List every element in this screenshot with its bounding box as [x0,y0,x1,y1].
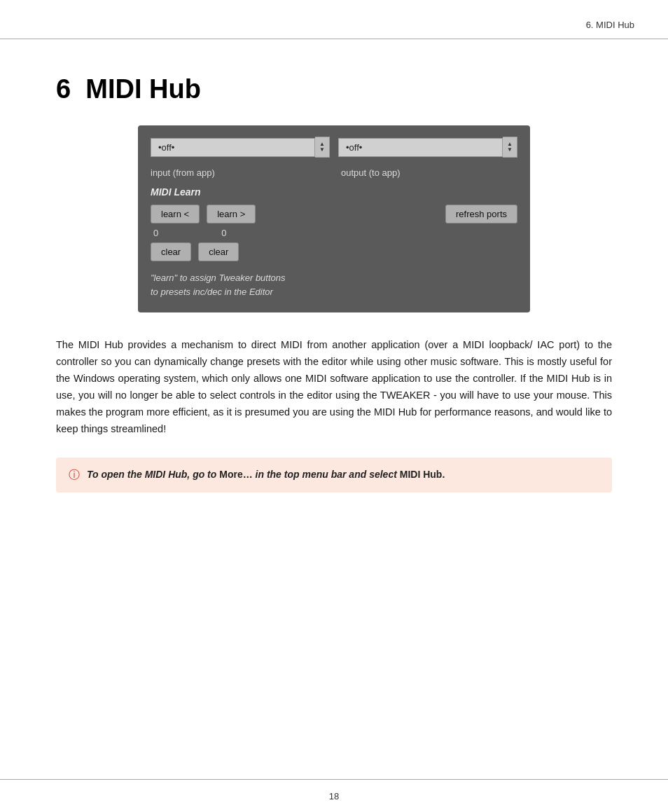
page-header: 6. MIDI Hub [0,0,668,39]
chapter-name: MIDI Hub [85,74,201,104]
clear-right-button[interactable]: clear [198,242,239,261]
learn-left-button[interactable]: learn < [151,205,200,223]
input-dropdown-arrow[interactable]: ▲ ▼ [315,137,330,158]
info-italic2: in the top menu bar and select [253,469,400,480]
learn-right-button[interactable]: learn > [207,205,256,223]
midi-hub-screenshot: •off• ▲ ▼ •off• ▲ ▼ input (from app) out… [138,125,530,312]
output-dropdown-container[interactable]: •off• ▲ ▼ [338,137,517,158]
clear-left-button[interactable]: clear [151,242,191,261]
values-row: 0 0 [151,228,517,238]
midi-learn-section: MIDI Learn learn < learn > refresh ports… [151,186,517,298]
value-left: 0 [153,228,158,238]
info-box: ⓘ To open the MIDI Hub, go to More… in t… [56,457,612,493]
info-bold-midi: MIDI Hub. [400,469,445,480]
arrow-down-icon2: ▼ [507,147,513,153]
arrow-down-icon: ▼ [319,147,325,153]
input-dropdown-field[interactable]: •off• [151,138,315,157]
chapter-number: 6 [56,74,71,104]
input-dropdown-container[interactable]: •off• ▲ ▼ [151,137,330,158]
body-paragraph: The MIDI Hub provides a mechanism to dir… [56,337,612,438]
learn-buttons-row: learn < learn > refresh ports [151,205,517,223]
hint-text: "learn" to assign Tweaker buttons to pre… [151,271,517,298]
header-title: 6. MIDI Hub [586,20,634,30]
clear-buttons-row: clear clear [151,242,517,261]
output-port-label: output (to app) [341,167,517,178]
hint-line2: to presets inc/dec in the Editor [151,285,517,299]
port-labels-row: input (from app) output (to app) [151,165,517,184]
page-number: 18 [329,791,339,801]
info-icon: ⓘ [69,468,80,483]
page-content: 6 MIDI Hub •off• ▲ ▼ •off• ▲ ▼ [0,39,668,556]
output-dropdown-arrow[interactable]: ▲ ▼ [503,137,517,158]
value-right: 0 [221,228,226,238]
info-bold-more: More… [219,469,252,480]
top-dropdowns-row: •off• ▲ ▼ •off• ▲ ▼ [151,137,517,158]
info-italic-bold: To open the MIDI Hub, go to [87,469,219,480]
midi-learn-title: MIDI Learn [151,186,517,198]
refresh-ports-button[interactable]: refresh ports [445,205,517,223]
chapter-title: 6 MIDI Hub [56,74,612,104]
info-box-text: To open the MIDI Hub, go to More… in the… [87,467,445,482]
input-port-label: input (from app) [151,167,327,178]
hint-line1: "learn" to assign Tweaker buttons [151,271,517,285]
page-footer: 18 [0,779,668,812]
output-dropdown-field[interactable]: •off• [338,138,503,157]
